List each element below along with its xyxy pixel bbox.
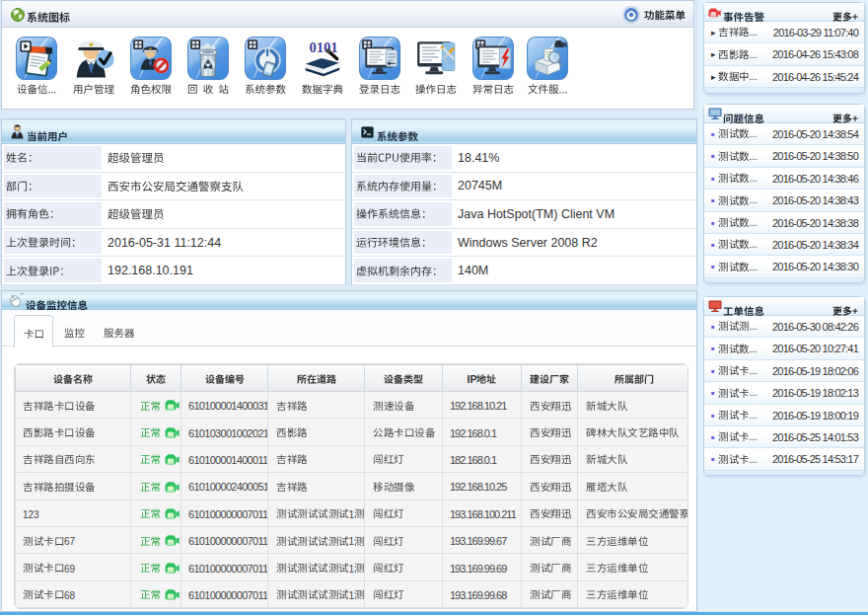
svg-text:0101: 0101 <box>309 39 337 55</box>
